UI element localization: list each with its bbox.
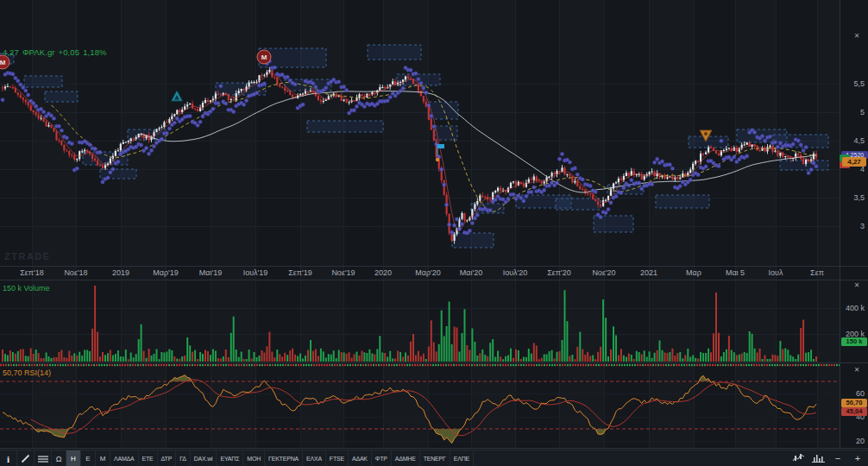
symbol-tab-5[interactable]: ΕΥΑΠΣ [217, 450, 243, 466]
symbol-tab-6[interactable]: ΜΟΗ [243, 450, 265, 466]
symbol-tab-3[interactable]: ΓΔ [176, 450, 191, 466]
x-tick: Σεπ'19 [288, 268, 312, 277]
last-price-badge: 4,27 [842, 157, 866, 167]
rsi-pane-close-icon[interactable]: ✕ [852, 366, 862, 375]
ztrade-watermark: ZTRADE [4, 251, 51, 261]
x-tick: 2019 [112, 268, 129, 277]
symbol-tab-8[interactable]: ΕΛΧΑ [303, 450, 326, 466]
histogram-icon[interactable] [811, 451, 825, 464]
symbol-tab-12[interactable]: ΑΔΜΗΕ [392, 450, 420, 466]
omega-button[interactable]: Ω [52, 450, 66, 466]
chart-canvas[interactable]: MMΣεπ'18Νοε'182019Μαρ'19Μαι'19Ιουλ'19Σεπ… [0, 0, 868, 450]
x-tick: 2020 [374, 268, 392, 277]
info-button[interactable]: i [0, 450, 17, 466]
ticker-readout: 4,27ΦΡΛΚ.gr+0,051,18% [3, 47, 110, 57]
svg-text:M: M [0, 59, 6, 66]
ticker-change-pct: 1,18% [83, 47, 106, 57]
x-tick: Ιουλ'20 [503, 268, 528, 277]
price-tick: 5,5 [853, 79, 865, 88]
price-pane-close-icon[interactable]: ✕ [852, 32, 862, 41]
price-tick: 5 [860, 108, 865, 116]
pencil-icon [21, 454, 30, 463]
x-tick: Σεπ'20 [547, 268, 571, 277]
symbol-tab-10[interactable]: ΑΔΑΚ [349, 450, 372, 466]
toolbar-right-controls: − + [791, 450, 865, 466]
zoom-in-button[interactable]: + [851, 451, 865, 464]
ticker-change: +0,05 [59, 47, 80, 57]
symbol-tab-13[interactable]: ΤΕΝΕΡΓ [420, 450, 450, 466]
volume-tick: 400 k [846, 304, 865, 312]
x-tick: Μαι'19 [199, 268, 222, 277]
price-tick: 4,5 [853, 136, 865, 145]
price-tick: 3,5 [853, 193, 865, 202]
list-icon [38, 455, 48, 463]
x-tick: Μαι 5 [726, 268, 745, 277]
symbol-tab-1[interactable]: ΕΤΕ [139, 450, 158, 466]
interval-tab-weekly[interactable]: Ε [81, 450, 96, 466]
symbol-tab-9[interactable]: FTSE [326, 450, 349, 466]
x-tick: Σεπ'18 [20, 268, 44, 277]
zoom-out-button[interactable]: − [831, 451, 845, 464]
x-tick: Μαι'20 [460, 268, 482, 277]
draw-button[interactable] [17, 450, 35, 466]
price-tick: 3 [860, 222, 865, 230]
omega-icon: Ω [56, 455, 62, 463]
interval-tab-monthly[interactable]: Μ [96, 450, 110, 466]
bottom-toolbar: i Ω Η Ε Μ ΛΑΜΔΑΕΤΕΔΤΡΓΔDAX.wiΕΥΑΠΣΜΟΗΓΕΚ… [0, 450, 868, 466]
trading-app: MMΣεπ'18Νοε'182019Μαρ'19Μαι'19Ιουλ'19Σεπ… [0, 0, 868, 466]
symbol-tab-0[interactable]: ΛΑΜΔΑ [110, 450, 139, 466]
x-tick: Νοε'20 [592, 268, 615, 277]
volume-value-badge: 150 k [841, 337, 867, 346]
symbol-tab-7[interactable]: ΓΕΚΤΕΡΝΑ [265, 450, 303, 466]
x-tick: Νοε'19 [331, 268, 355, 277]
rsi-value-badge: 50,70 [841, 399, 867, 407]
rsi-pane-label: 50,70 RSI(14) [3, 368, 51, 377]
x-tick: Ιουλ [769, 268, 783, 277]
rsi-signal-badge: 45,04 [841, 407, 867, 416]
symbol-tabs: ΛΑΜΔΑΕΤΕΔΤΡΓΔDAX.wiΕΥΑΠΣΜΟΗΓΕΚΤΕΡΝΑΕΛΧΑF… [110, 450, 474, 466]
x-tick: Μαρ'20 [415, 268, 441, 277]
symbol-tab-11[interactable]: ΦΤΡ [372, 450, 392, 466]
interval-tab-daily[interactable]: Η [66, 450, 81, 466]
x-tick: Σεπ [810, 268, 824, 277]
candle-chart-icon[interactable] [791, 451, 805, 464]
x-tick: Νοε'18 [64, 268, 87, 277]
x-tick: Μαρ'19 [153, 268, 179, 277]
x-tick: 2021 [640, 268, 657, 277]
symbol-tab-2[interactable]: ΔΤΡ [158, 450, 177, 466]
ticker-last: 4,27 [3, 47, 19, 57]
symbol-tab-14[interactable]: ΕΛΠΕ [450, 450, 474, 466]
volume-pane-label: 150 k Volume [3, 284, 50, 293]
volume-pane-close-icon[interactable]: ✕ [852, 281, 862, 290]
rsi-tick: 60 [856, 389, 865, 398]
rsi-tick: 20 [856, 437, 865, 445]
x-tick: Μαρ [686, 268, 701, 277]
info-icon: i [7, 454, 9, 464]
svg-text:M: M [261, 54, 267, 61]
watchlist-button[interactable] [35, 450, 52, 466]
symbol-tab-4[interactable]: DAX.wi [191, 450, 217, 466]
x-tick: Ιουλ'19 [243, 268, 268, 277]
ticker-symbol: ΦΡΛΚ.gr [22, 47, 55, 57]
